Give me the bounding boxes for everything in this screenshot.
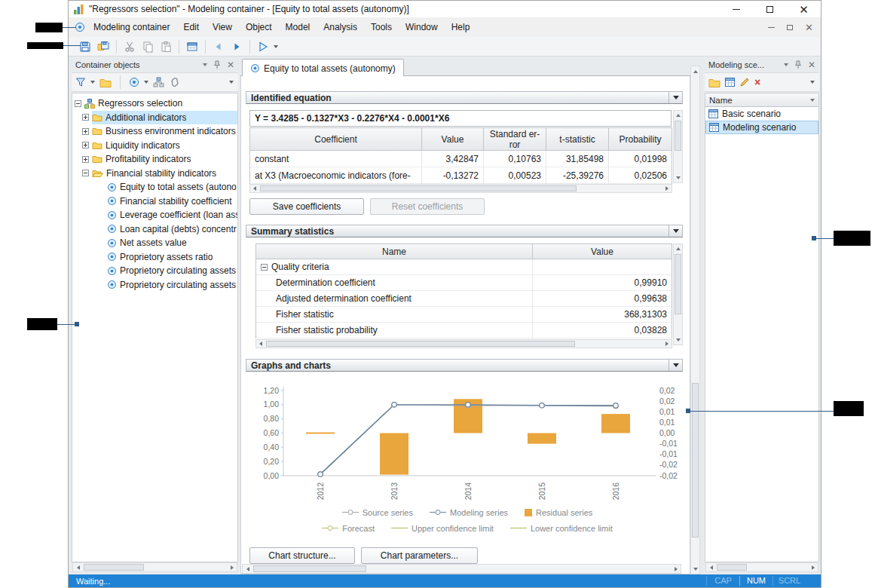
table-row[interactable]: Fisher statistic 368,31303: [256, 307, 672, 323]
expand-expander[interactable]: [82, 114, 89, 121]
column-header[interactable]: Standard er- ror: [484, 128, 546, 151]
chart-parameters-button[interactable]: Chart parameters...: [361, 547, 478, 564]
tree-root-row[interactable]: Regressors selection: [72, 96, 237, 111]
panel-close-icon[interactable]: ✕: [227, 60, 234, 69]
link-icon[interactable]: [169, 77, 181, 87]
paste-button[interactable]: [157, 38, 175, 55]
scroll-left-icon[interactable]: [243, 565, 252, 573]
column-filter-caret[interactable]: [810, 99, 815, 102]
scroll-thumb[interactable]: [717, 564, 747, 571]
tree-folder-row[interactable]: Additional indicators: [72, 111, 237, 125]
menu-object[interactable]: Object: [239, 17, 279, 37]
menu-help[interactable]: Help: [445, 17, 477, 37]
scroll-thumb[interactable]: [675, 121, 681, 151]
scroll-thumb[interactable]: [253, 565, 366, 572]
summary-hscrollbar[interactable]: [255, 339, 672, 348]
scroll-right-icon[interactable]: [662, 185, 672, 192]
identification-report-button[interactable]: [183, 38, 201, 55]
tab-equity-to-total-assets[interactable]: Equity to total assets (autonomy): [242, 59, 404, 77]
panel-menu-caret[interactable]: [203, 63, 207, 66]
left-panel-hscrollbar[interactable]: [72, 562, 237, 572]
scroll-thumb[interactable]: [692, 383, 699, 537]
column-header[interactable]: Value: [533, 244, 672, 259]
tree-model-row[interactable]: Proprietory circulating assets: [72, 278, 237, 292]
tree-model-row[interactable]: Leverage coefficient (loan ass: [72, 208, 237, 222]
tree-model-row[interactable]: Loan capital (debts) concentr: [72, 222, 237, 237]
column-header[interactable]: Probability: [609, 128, 672, 151]
tree-model-row[interactable]: Proprietory assets ratio: [72, 250, 237, 265]
table-row[interactable]: constant 3,42847 0,10763 31,85498 0,0199…: [250, 151, 672, 167]
scroll-thumb[interactable]: [675, 254, 681, 314]
scroll-down-icon[interactable]: [674, 173, 682, 182]
scroll-up-icon[interactable]: [674, 111, 682, 120]
save-all-button[interactable]: [94, 38, 112, 55]
maximize-button[interactable]: [753, 1, 787, 17]
menu-analysis[interactable]: Analysis: [317, 17, 364, 37]
collapse-section-button[interactable]: [668, 92, 682, 103]
expand-expander[interactable]: [82, 128, 89, 135]
expand-expander[interactable]: [82, 142, 89, 149]
scenario-item-modeling[interactable]: Modeling scenario: [705, 121, 818, 134]
table-row[interactable]: Determination coefficient 0,99910: [256, 275, 672, 291]
run-dropdown-caret[interactable]: [274, 45, 278, 48]
panel-menu-caret[interactable]: [784, 63, 788, 66]
table-row[interactable]: at X3 (Macroeconomic indicators (fore- -…: [250, 167, 672, 184]
collapse-expander[interactable]: [82, 170, 89, 176]
filter-caret[interactable]: [90, 81, 95, 84]
scroll-thumb[interactable]: [260, 185, 577, 191]
run-button[interactable]: [254, 38, 272, 55]
tree-folder-row[interactable]: Liquidity indicators: [72, 139, 237, 153]
scroll-right-icon[interactable]: [808, 563, 818, 571]
filter-icon[interactable]: [75, 77, 86, 87]
model-chart[interactable]: 1,201,000,800,600,400,200,000,020,020,01…: [256, 379, 686, 509]
tree-model-row[interactable]: Net assets value: [72, 236, 237, 250]
scroll-up-icon[interactable]: [691, 66, 699, 76]
minimize-button[interactable]: [719, 1, 753, 17]
mdi-minimize-button[interactable]: [768, 27, 775, 28]
table-row[interactable]: Adjusted determination coefficient 0,996…: [256, 291, 672, 307]
forward-button[interactable]: [228, 38, 246, 55]
expand-expander[interactable]: [82, 156, 89, 163]
tree-model-row[interactable]: Equity to total assets (autono: [72, 180, 237, 194]
table-row[interactable]: Fisher statistic probability 0,03828: [256, 323, 672, 338]
column-header[interactable]: t-statistic: [546, 128, 609, 151]
back-button[interactable]: [210, 38, 228, 55]
scroll-thumb[interactable]: [266, 341, 575, 347]
cut-button[interactable]: [121, 38, 139, 55]
column-header[interactable]: Name: [256, 244, 533, 259]
main-vscrollbar[interactable]: [690, 66, 700, 574]
scroll-right-icon[interactable]: [227, 563, 237, 571]
scroll-up-icon[interactable]: [674, 244, 682, 253]
collapse-expander[interactable]: [261, 264, 268, 271]
panel-close-icon[interactable]: ✕: [808, 60, 815, 69]
scenario-item-basic[interactable]: Basic scenario: [705, 107, 818, 121]
right-panel-hscrollbar[interactable]: [705, 562, 818, 572]
scroll-left-icon[interactable]: [256, 340, 265, 348]
collapse-section-button[interactable]: [668, 360, 682, 371]
new-folder-icon[interactable]: [708, 78, 720, 87]
identified-equation-header[interactable]: Identified equation: [246, 91, 683, 104]
group-row[interactable]: Quality criteria: [256, 259, 672, 275]
equation-hscrollbar[interactable]: [249, 184, 672, 193]
tree-folder-row[interactable]: Business environment indicators: [72, 124, 237, 139]
pin-icon[interactable]: [794, 60, 802, 69]
panel-toolbar-caret[interactable]: [229, 81, 234, 84]
scroll-right-icon[interactable]: [671, 565, 681, 573]
model-tool-caret[interactable]: [144, 81, 148, 84]
scroll-down-icon[interactable]: [691, 564, 699, 574]
pin-icon[interactable]: [213, 60, 221, 69]
chart-structure-button[interactable]: Chart structure...: [249, 547, 355, 564]
menu-model[interactable]: Model: [279, 17, 317, 37]
menu-tools[interactable]: Tools: [364, 17, 399, 37]
panel-toolbar-caret[interactable]: [810, 81, 815, 84]
tree-model-row[interactable]: Proprietory circulating assets: [72, 264, 237, 278]
close-button[interactable]: ✕: [787, 1, 821, 17]
tree-model-row[interactable]: Financial stability coefficient: [72, 194, 237, 209]
main-hscrollbar[interactable]: [242, 564, 681, 574]
save-button[interactable]: [76, 38, 94, 55]
menu-view[interactable]: View: [206, 17, 239, 37]
scroll-right-icon[interactable]: [662, 340, 672, 348]
graphs-and-charts-header[interactable]: Graphs and charts: [246, 359, 683, 372]
column-header[interactable]: Coefficient: [250, 128, 422, 151]
scroll-left-icon[interactable]: [250, 185, 259, 192]
